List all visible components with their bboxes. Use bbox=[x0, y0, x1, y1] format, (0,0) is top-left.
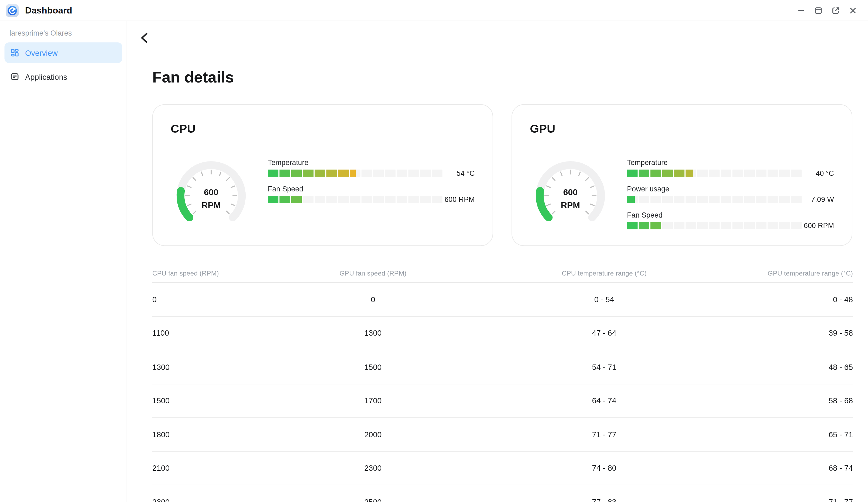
close-button[interactable] bbox=[845, 2, 861, 18]
bar-segment bbox=[709, 196, 720, 203]
table-cell: 0 bbox=[244, 295, 503, 304]
bar-segment bbox=[326, 196, 337, 203]
table-row: 1300150054 - 7148 - 65 bbox=[152, 350, 853, 384]
bar-segment bbox=[373, 196, 384, 203]
bar-segment bbox=[303, 196, 313, 203]
table-cell: 0 - 48 bbox=[706, 295, 853, 304]
back-button[interactable] bbox=[139, 31, 152, 45]
bar-segment bbox=[397, 170, 407, 177]
fan-curve-table: CPU fan speed (RPM) GPU fan speed (RPM) … bbox=[152, 269, 853, 502]
metric-label: Fan Speed bbox=[268, 185, 475, 192]
card-title: CPU bbox=[171, 122, 475, 136]
table-cell: 47 - 64 bbox=[503, 329, 706, 337]
table-cell: 71 - 77 bbox=[503, 430, 706, 439]
applications-icon bbox=[11, 73, 19, 81]
metric-label: Power usage bbox=[627, 185, 834, 192]
page-title: Fan details bbox=[152, 68, 853, 86]
metric-value: 40 °C bbox=[802, 170, 834, 177]
bar-segment bbox=[674, 170, 684, 177]
bar-segment bbox=[697, 170, 708, 177]
popup-icon bbox=[831, 6, 840, 15]
metric-bar bbox=[627, 196, 802, 203]
table-cell: 65 - 71 bbox=[706, 430, 853, 439]
bar-segment bbox=[674, 222, 684, 229]
bar-segment bbox=[791, 170, 802, 177]
bar-segment bbox=[326, 170, 337, 177]
bar-segment bbox=[315, 170, 325, 177]
cpu-metrics: Temperature54 °CFan Speed600 RPM bbox=[268, 159, 475, 211]
minimize-icon bbox=[797, 6, 805, 15]
metric-label: Temperature bbox=[627, 159, 834, 166]
app-window: Dashboard laresprime’s Olares bbox=[0, 0, 868, 502]
gauge-unit: RPM bbox=[202, 200, 220, 210]
bar-segment bbox=[408, 196, 419, 203]
bar-segment bbox=[650, 196, 661, 203]
gauge-value: 600 bbox=[204, 187, 218, 197]
table-cell: 77 - 83 bbox=[503, 498, 706, 502]
bar-segment bbox=[779, 222, 790, 229]
bar-segment bbox=[639, 170, 649, 177]
metric-value: 54 °C bbox=[443, 170, 475, 177]
gpu-card: GPU 600 RPM Temperature40 °CPower usage7… bbox=[512, 104, 852, 246]
bar-segment bbox=[627, 222, 638, 229]
table-cell: 1700 bbox=[244, 396, 503, 405]
bar-segment bbox=[279, 170, 290, 177]
bar-segment bbox=[408, 170, 419, 177]
bar-segment bbox=[779, 170, 790, 177]
table-cell: 1800 bbox=[152, 430, 244, 439]
sidebar-item-overview[interactable]: Overview bbox=[4, 42, 122, 63]
bar-segment bbox=[662, 222, 673, 229]
table-row: 1500170064 - 7458 - 68 bbox=[152, 384, 853, 418]
column-header-gpu-fan-speed: GPU fan speed (RPM) bbox=[244, 269, 503, 278]
workspace-label: laresprime’s Olares bbox=[9, 30, 117, 37]
minimize-button[interactable] bbox=[793, 2, 809, 18]
main-content: Fan details CPU 600 RPM Temperatur bbox=[127, 21, 868, 502]
metric-label: Temperature bbox=[268, 159, 475, 166]
maximize-button[interactable] bbox=[810, 2, 826, 18]
metric-value: 600 RPM bbox=[802, 222, 834, 229]
bar-segment bbox=[697, 222, 708, 229]
sidebar-item-label: Applications bbox=[25, 72, 67, 81]
table-cell: 2300 bbox=[152, 498, 244, 502]
table-body: 000 - 540 - 481100130047 - 6439 - 581300… bbox=[152, 283, 853, 502]
bar-segment bbox=[744, 222, 755, 229]
sidebar-item-applications[interactable]: Applications bbox=[4, 66, 122, 87]
bar-segment bbox=[385, 170, 395, 177]
bar-segment bbox=[732, 196, 743, 203]
bar-segment bbox=[662, 196, 673, 203]
card-title: GPU bbox=[530, 122, 834, 136]
table-cell: 2500 bbox=[244, 498, 503, 502]
bar-segment bbox=[397, 196, 407, 203]
gauge-value: 600 bbox=[563, 187, 578, 197]
table-cell: 64 - 74 bbox=[503, 396, 706, 405]
table-cell: 1100 bbox=[152, 329, 244, 337]
bar-segment bbox=[768, 170, 778, 177]
open-in-new-window-button[interactable] bbox=[828, 2, 844, 18]
table-cell: 71 - 77 bbox=[706, 498, 853, 502]
bar-segment bbox=[768, 222, 778, 229]
metric-value: 600 RPM bbox=[443, 196, 475, 203]
metric-value: 7.09 W bbox=[802, 196, 834, 203]
bar-segment bbox=[627, 196, 638, 203]
bar-segment bbox=[768, 196, 778, 203]
bar-segment bbox=[338, 196, 349, 203]
table-row: 000 - 540 - 48 bbox=[152, 283, 853, 316]
sidebar-item-label: Overview bbox=[25, 48, 58, 57]
bar-segment bbox=[721, 170, 731, 177]
gauge-unit: RPM bbox=[561, 200, 580, 210]
table-cell: 54 - 71 bbox=[503, 362, 706, 371]
table-cell: 1300 bbox=[244, 329, 503, 337]
bar-segment bbox=[627, 170, 638, 177]
bar-segment bbox=[744, 170, 755, 177]
metric: Fan Speed600 RPM bbox=[268, 185, 475, 203]
bar-segment bbox=[650, 222, 661, 229]
back-icon bbox=[139, 31, 152, 45]
table-row: 2300250077 - 8371 - 77 bbox=[152, 485, 853, 502]
bar-segment bbox=[732, 170, 743, 177]
bar-segment bbox=[432, 170, 442, 177]
table-row: 2100230074 - 8068 - 74 bbox=[152, 452, 853, 485]
bar-segment bbox=[686, 196, 696, 203]
table-cell: 2000 bbox=[244, 430, 503, 439]
overview-icon bbox=[11, 49, 19, 57]
table-cell: 2100 bbox=[152, 464, 244, 473]
